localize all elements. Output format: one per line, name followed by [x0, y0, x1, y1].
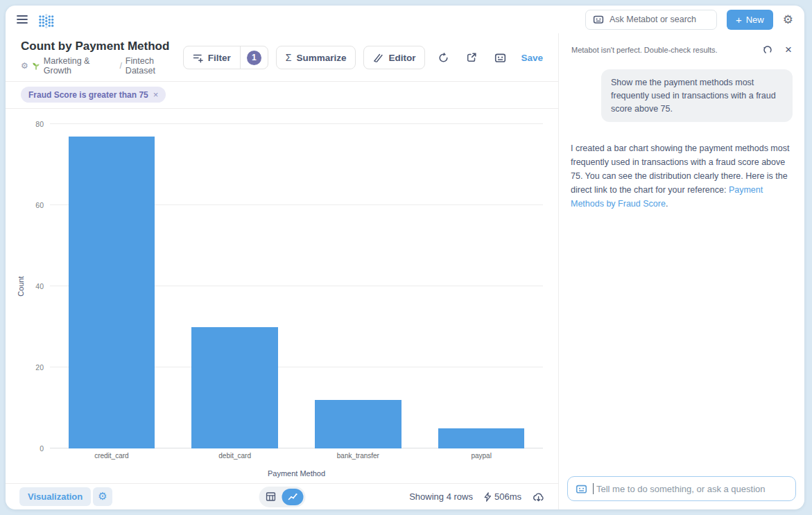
metabot-disclaimer: Metabot isn't perfect. Double-check resu…: [571, 46, 718, 54]
metabot-header: Metabot isn't perfect. Double-check resu…: [559, 33, 804, 61]
table-icon: [266, 492, 275, 501]
bar-paypal[interactable]: [438, 428, 524, 448]
visualization-settings-button[interactable]: ⚙: [93, 487, 112, 506]
breadcrumb-collection[interactable]: Marketing & Growth: [44, 56, 116, 76]
filter-button[interactable]: Filter 1: [183, 46, 268, 69]
editor-button[interactable]: Editor: [363, 46, 425, 69]
bars: credit_carddebit_cardbank_transferpaypal: [50, 124, 543, 448]
bar-slot: debit_card: [173, 124, 297, 448]
y-tick-label: 80: [35, 120, 44, 128]
app-header: Ask Metabot or search + New ⚙: [6, 6, 804, 33]
bar-chart: Count 020406080credit_carddebit_cardbank…: [6, 109, 558, 483]
question-header: Count by Payment Method ⚙ Marketing & Gr…: [6, 33, 558, 82]
input-placeholder: Tell me to do something, or ask a questi…: [596, 484, 766, 494]
breadcrumb[interactable]: ⚙ Marketing & Growth / Fintech Dataset: [21, 56, 183, 76]
chart-view-button[interactable]: [282, 489, 303, 505]
content: Count by Payment Method ⚙ Marketing & Gr…: [6, 33, 804, 509]
share-icon: [466, 52, 477, 63]
question-footer: Visualization ⚙: [6, 483, 558, 509]
visualization-button[interactable]: Visualization: [19, 487, 91, 506]
y-axis-label[interactable]: Count: [17, 276, 25, 296]
breadcrumb-separator: /: [119, 61, 121, 71]
bar-credit_card[interactable]: [69, 137, 155, 448]
text-caret: [593, 483, 594, 494]
filter-chip-label: Fraud Score is greater than 75: [28, 90, 148, 100]
bar-debit_card[interactable]: [191, 327, 277, 449]
share-button[interactable]: [461, 47, 482, 68]
y-tick-label: 0: [40, 444, 44, 453]
metabot-icon: [593, 14, 604, 25]
x-axis-label[interactable]: Payment Method: [50, 469, 543, 478]
y-tick-label: 40: [35, 282, 44, 290]
sidebar-toggle-button[interactable]: [17, 15, 28, 24]
line-chart-icon: [287, 492, 297, 501]
remove-filter-icon[interactable]: ×: [153, 89, 159, 100]
reset-conversation-button[interactable]: [762, 44, 773, 55]
question-toolbar: Filter 1 Σ Summarize: [183, 46, 543, 69]
refresh-icon: [438, 52, 449, 64]
metabot-reply: I created a bar chart showing the paymen…: [571, 141, 793, 211]
reset-icon: [762, 44, 773, 55]
question-pane: Count by Payment Method ⚙ Marketing & Gr…: [6, 33, 559, 509]
save-button[interactable]: Save: [521, 53, 543, 63]
view-toggle: [259, 487, 305, 507]
download-button[interactable]: [533, 492, 544, 502]
plus-icon: +: [736, 14, 742, 26]
y-tick-label: 20: [35, 363, 44, 372]
bar-slot: bank_transfer: [297, 124, 420, 448]
metabase-logo-icon: [37, 11, 55, 28]
robot-frame-icon: [494, 52, 506, 64]
lightning-icon: [484, 492, 492, 502]
table-view-button[interactable]: [261, 489, 280, 505]
close-sidebar-button[interactable]: ×: [785, 44, 792, 55]
question-title-block: Count by Payment Method ⚙ Marketing & Gr…: [21, 40, 183, 76]
bar-slot: paypal: [420, 124, 543, 448]
new-button[interactable]: + New: [727, 10, 773, 30]
chart-plot: 020406080credit_carddebit_cardbank_trans…: [50, 124, 543, 448]
summarize-button[interactable]: Σ Summarize: [276, 46, 356, 69]
x-tick-label: bank_transfer: [297, 452, 420, 460]
filter-icon: [193, 53, 203, 63]
user-message: Show me the payment methods most frequen…: [601, 69, 793, 122]
gear-icon: ⚙: [783, 14, 793, 26]
refresh-button[interactable]: [433, 47, 453, 68]
metabase-logo[interactable]: [37, 11, 55, 28]
question-title: Count by Payment Method: [21, 40, 183, 53]
viz-gear-icon: ⚙: [98, 491, 107, 502]
x-tick-label: paypal: [420, 452, 543, 460]
sigma-icon: Σ: [286, 52, 292, 63]
x-tick-label: credit_card: [50, 452, 173, 460]
filter-chip[interactable]: Fraud Score is greater than 75 ×: [21, 87, 166, 103]
filter-count-badge[interactable]: 1: [247, 51, 261, 65]
search-placeholder: Ask Metabot or search: [610, 15, 696, 24]
global-search-input[interactable]: Ask Metabot or search: [585, 10, 717, 30]
bar-bank_transfer[interactable]: [315, 400, 401, 448]
row-count: Showing 4 rows: [409, 491, 473, 502]
filter-bar: Fraud Score is greater than 75 ×: [6, 82, 558, 109]
settings-button[interactable]: ⚙: [783, 14, 793, 26]
app-window: Ask Metabot or search + New ⚙ Count by P…: [6, 6, 804, 509]
metabot-input-icon: [576, 483, 587, 495]
metabot-sidebar: Metabot isn't perfect. Double-check resu…: [559, 33, 804, 509]
cloud-download-icon: [533, 492, 544, 502]
query-duration: 506ms: [484, 491, 521, 502]
seedling-icon: [32, 62, 40, 70]
x-tick-label: debit_card: [173, 452, 297, 460]
bar-slot: credit_card: [50, 124, 173, 448]
breadcrumb-dataset[interactable]: Fintech Dataset: [126, 56, 183, 76]
y-tick-label: 60: [35, 201, 44, 209]
metabot-actions-button[interactable]: [490, 47, 510, 68]
collection-gear-icon: ⚙: [21, 62, 28, 70]
metabot-prompt-input[interactable]: Tell me to do something, or ask a questi…: [567, 476, 796, 501]
notebook-pen-icon: [373, 53, 383, 63]
metabot-conversation: Show me the payment methods most frequen…: [559, 61, 804, 469]
hamburger-icon: [17, 15, 28, 24]
